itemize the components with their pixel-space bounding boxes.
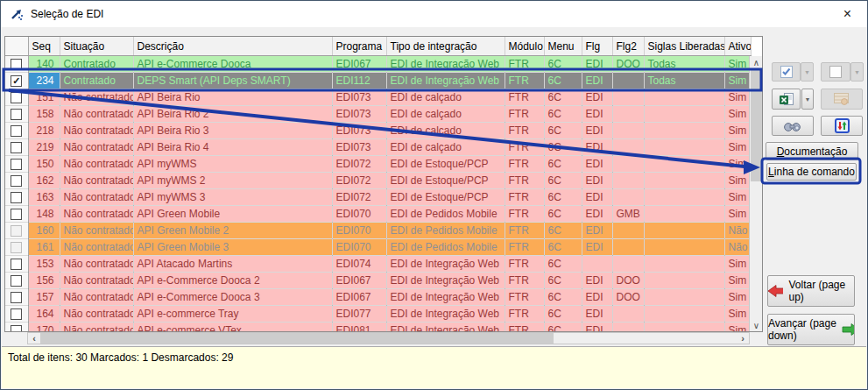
row-checkbox[interactable] (11, 209, 22, 220)
table-row[interactable]: 151Não contratadoAPI Beira RioEDI073EDI … (5, 89, 751, 105)
cell-situacao: Não contratado (60, 122, 133, 138)
column-header[interactable]: Descrição (133, 37, 332, 55)
cell-flg: EDI (582, 288, 612, 305)
close-button[interactable]: × (828, 1, 867, 27)
column-header[interactable]: Flg2 (612, 37, 644, 55)
column-header[interactable]: Módulo (505, 37, 544, 55)
chevron-down-icon: ▼ (804, 69, 810, 75)
column-header[interactable]: Flg (582, 37, 612, 55)
row-checkbox[interactable] (11, 308, 22, 320)
cell-siglas (644, 288, 724, 305)
reorder-button[interactable] (821, 116, 863, 136)
cell-flg2 (612, 238, 644, 255)
row-checkbox[interactable] (11, 142, 22, 153)
column-header[interactable]: Situação (60, 37, 133, 55)
cell-situacao: Não contratado (60, 138, 133, 155)
row-checkbox[interactable] (11, 92, 22, 103)
table-row[interactable]: 162Não contratadoAPI myWMS 2EDI072EDI de… (5, 172, 751, 188)
table-row[interactable]: 158Não contratadoAPI Beira Rio 2EDI073ED… (5, 105, 751, 122)
documentation-button[interactable]: Documentação (766, 142, 858, 160)
cell-programa: EDI070 (332, 238, 386, 255)
scroll-right-icon[interactable]: › (737, 333, 749, 344)
row-checkbox[interactable] (11, 59, 22, 70)
table-row[interactable]: 150Não contratadoAPI myWMSEDI072EDI de E… (5, 155, 751, 172)
back-page-up-button[interactable]: Voltar (page up) (767, 275, 855, 307)
cell-situacao: Não contratado (60, 322, 133, 332)
table-row[interactable]: 164Não contratadoAPI e-commerce TrayEDI0… (5, 305, 751, 322)
forward-page-down-button[interactable]: Avançar (page down) (767, 314, 855, 345)
row-checkbox[interactable] (11, 159, 22, 170)
cell-flg2 (612, 172, 644, 188)
column-header[interactable]: Ativo (724, 37, 751, 55)
vertical-scrollbar[interactable]: ∧ ∨ (749, 56, 762, 332)
table-row[interactable]: 170Não contratadoAPI e-commerce VTexEDI0… (5, 322, 751, 332)
search-button[interactable] (772, 116, 814, 136)
cell-seq: 156 (28, 272, 60, 288)
export-excel-button[interactable] (772, 89, 801, 110)
cell-menu: 6C (544, 89, 582, 105)
row-checkbox[interactable] (11, 109, 22, 120)
uncheck-all-dropdown-button[interactable]: ▼ (850, 62, 864, 82)
table-row[interactable]: 219Não contratadoAPI Beira Rio 4EDI073ED… (5, 138, 751, 155)
cell-ativo: Sim (724, 322, 751, 332)
cell-programa: EDI073 (332, 138, 386, 155)
cell-menu: 6C (544, 172, 582, 188)
column-header[interactable]: Menu (544, 37, 582, 55)
row-checkbox[interactable] (11, 325, 22, 332)
cell-flg: EDI (582, 55, 612, 72)
cell-ativo: Não (724, 222, 751, 238)
row-checkbox-cell (5, 255, 28, 272)
check-all-button[interactable] (772, 62, 801, 82)
row-checkbox[interactable] (11, 192, 22, 203)
cell-siglas (644, 205, 724, 222)
table-row[interactable]: ✓234ContratadoDEPS Smart (API Deps SMART… (5, 72, 751, 89)
row-checkbox-cell (5, 155, 28, 172)
column-header[interactable]: Siglas Liberadas (644, 37, 724, 55)
table-row[interactable]: 161Não contratadoAPI Green Mobile 3EDI07… (5, 238, 751, 255)
cell-seq: 162 (28, 172, 60, 188)
cell-flg (582, 255, 612, 272)
cell-descricao: DEPS Smart (API Deps SMART) (133, 72, 332, 89)
row-checkbox[interactable] (11, 259, 22, 270)
row-checkbox-cell (5, 55, 28, 72)
cell-programa: EDI067 (332, 55, 386, 72)
cell-ativo: Sim (724, 272, 751, 288)
cell-modulo: FTR (505, 105, 544, 122)
scroll-up-icon[interactable]: ∧ (750, 56, 763, 69)
grid-edit-button[interactable] (821, 89, 863, 110)
cell-flg2 (612, 222, 644, 238)
cell-siglas (644, 138, 724, 155)
horizontal-scrollbar[interactable]: ‹ › (27, 332, 750, 344)
row-checkbox[interactable] (11, 275, 22, 287)
scroll-left-icon[interactable]: ‹ (28, 333, 40, 344)
column-header[interactable]: Seq (28, 37, 60, 55)
table-row[interactable]: 148Não contratadoAPI Green MobileEDI070E… (5, 205, 751, 222)
table-row[interactable]: 153Não contratadoAPI Atacado MartinsEDI0… (5, 255, 751, 272)
table-row[interactable]: 218Não contratadoAPI Beira Rio 3EDI073ED… (5, 122, 751, 138)
export-excel-dropdown-button[interactable]: ▼ (801, 89, 814, 110)
vertical-scroll-thumb[interactable] (751, 69, 762, 181)
cell-programa: EDI067 (332, 288, 386, 305)
cell-menu: 6C (544, 188, 582, 205)
cell-flg2 (612, 138, 644, 155)
table-row[interactable]: 160Não contratadoAPI Green Mobile 2EDI07… (5, 222, 751, 238)
column-header[interactable]: Programa (332, 37, 386, 55)
horizontal-scroll-thumb[interactable] (40, 333, 554, 344)
table-row[interactable]: 163Não contratadoAPI myWMS 3EDI072EDI de… (5, 188, 751, 205)
cell-menu: 6C (544, 305, 582, 322)
row-checkbox[interactable]: ✓ (11, 75, 22, 87)
table-row[interactable]: 157Não contratadoAPI e-Commerce Dooca 3E… (5, 288, 751, 305)
cell-siglas: Todas (644, 55, 724, 72)
command-line-button[interactable]: Linha de comando (766, 163, 857, 181)
table-row[interactable]: 156Não contratadoAPI e-Commerce Dooca 2E… (5, 272, 751, 288)
row-checkbox[interactable] (11, 125, 22, 137)
uncheck-all-button[interactable] (821, 62, 850, 82)
cell-seq: 140 (28, 55, 60, 72)
check-all-dropdown-button[interactable]: ▼ (801, 62, 814, 82)
row-checkbox[interactable] (11, 175, 22, 187)
row-checkbox[interactable] (11, 292, 22, 303)
column-header[interactable]: Tipo de integração (386, 37, 505, 55)
table-row[interactable]: 140ContratadoAPI e-Commerce DoocaEDI067E… (5, 55, 751, 72)
scroll-down-icon[interactable]: ∨ (750, 319, 763, 332)
red-left-arrow-icon (768, 285, 783, 297)
